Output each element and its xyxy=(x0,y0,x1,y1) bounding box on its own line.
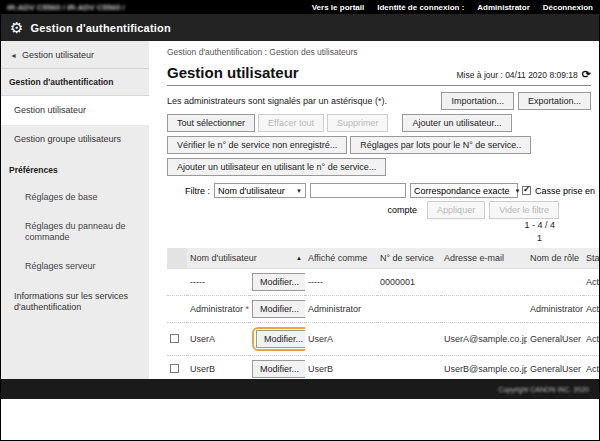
breadcrumb: Gestion d'authentification : Gestion des… xyxy=(167,47,599,57)
apply-filter-button[interactable]: Appliquer xyxy=(427,201,485,219)
logout-link[interactable]: Déconnexion xyxy=(543,3,593,12)
sidebar-section-authentication: Gestion d'authentification xyxy=(1,69,149,96)
column-header-displayed-as[interactable]: Affiché comme xyxy=(305,248,377,269)
modify-button[interactable]: Modifier... xyxy=(252,360,305,378)
login-identity-label: Identité de connexion : xyxy=(377,3,464,12)
sidebar-item-user-management[interactable]: Gestion utilisateur xyxy=(1,96,149,125)
sidebar-section-preferences: Préférences xyxy=(1,155,149,183)
table-row: ----- Modifier... ----- 0000001 Activé xyxy=(167,269,599,296)
filter-label: Filtre : xyxy=(185,186,210,196)
email-cell xyxy=(441,296,527,323)
email-cell: UserB@sample.co.jp xyxy=(441,356,527,379)
displayed-as-cell: Administrator xyxy=(305,296,377,323)
status-cell: Activé xyxy=(583,269,599,296)
filter-match-value: Correspondance exacte xyxy=(414,186,510,196)
import-button[interactable]: Importation... xyxy=(441,92,514,110)
column-header-dept-id[interactable]: N° de service xyxy=(377,248,441,269)
admin-asterisk-note: Les administrateurs sont signalés par un… xyxy=(167,92,387,106)
user-table: Nom d'utilisateur ▲ Affiché comme N° de … xyxy=(167,248,599,379)
row-checkbox-cell xyxy=(167,356,187,379)
case-sensitive-label-line2: compte xyxy=(388,205,418,215)
copyright-text: Copyright CANON INC. 2020 xyxy=(498,386,589,393)
sidebar-item-group-management[interactable]: Gestion groupe utilisateurs xyxy=(1,125,149,154)
displayed-as-cell: UserB xyxy=(305,356,377,379)
row-checkbox-cell xyxy=(167,296,187,323)
status-cell: Activé xyxy=(583,323,599,356)
pagination-top: 1 - 4 / 4 1 xyxy=(167,219,555,245)
dept-id-cell xyxy=(377,356,441,379)
case-sensitive-checkbox[interactable] xyxy=(522,186,531,195)
export-button[interactable]: Exportation... xyxy=(518,92,591,110)
sidebar-back-link[interactable]: ◄ Gestion utilisateur xyxy=(1,41,149,69)
displayed-as-cell: UserA xyxy=(305,323,377,356)
role-cell: Administrator xyxy=(527,296,583,323)
sidebar-item-auth-service-info[interactable]: Informations sur les services d'authenti… xyxy=(1,282,149,323)
login-user: Administrator xyxy=(477,3,529,12)
admin-asterisk: * xyxy=(246,304,249,314)
column-header-role-name[interactable]: Nom de rôle xyxy=(527,248,583,269)
row-checkbox-cell xyxy=(167,323,187,356)
portal-link[interactable]: Vers le portail xyxy=(312,3,364,12)
table-row: UserA Modifier... UserA UserA@sample.co.… xyxy=(167,323,599,356)
refresh-icon[interactable]: ⟳ xyxy=(582,68,591,81)
page-title: Gestion utilisateur xyxy=(167,64,299,81)
table-row: UserB Modifier... UserB UserB@sample.co.… xyxy=(167,356,599,379)
footer: Copyright CANON INC. 2020 xyxy=(1,379,599,399)
sidebar-item-basic-settings[interactable]: Réglages de base xyxy=(1,183,149,212)
dept-id-cell xyxy=(377,323,441,356)
modify-button-usera[interactable]: Modifier... xyxy=(256,330,305,348)
column-header-username[interactable]: Nom d'utilisateur ▲ xyxy=(187,248,305,269)
sort-ascending-icon: ▲ xyxy=(296,255,302,261)
last-updated-text: Mise à jour : 04/11 2020 8:09:18 xyxy=(456,70,577,80)
app-title: Gestion d'authentification xyxy=(30,22,170,34)
filter-field-select[interactable]: Nom d'utilisateur ▼ xyxy=(214,183,306,198)
dept-id-batch-settings-button[interactable]: Réglages par lots pour le N° de service.… xyxy=(350,136,531,154)
case-sensitive-label-line1: Casse prise en xyxy=(535,186,595,196)
row-checkbox-cell xyxy=(167,269,187,296)
modify-button[interactable]: Modifier... xyxy=(252,300,305,318)
pagination-current-page: 1 xyxy=(167,232,555,245)
sidebar-item-server-settings[interactable]: Réglages serveur xyxy=(1,252,149,281)
row-checkbox[interactable] xyxy=(170,334,179,343)
back-link-label: Gestion utilisateur xyxy=(22,50,94,60)
add-user-button[interactable]: Ajouter un utilisateur... xyxy=(402,114,511,132)
table-header-row: Nom d'utilisateur ▲ Affiché comme N° de … xyxy=(167,248,599,269)
filter-match-select[interactable]: Correspondance exacte ▼ xyxy=(410,183,518,198)
main-content: Gestion d'authentification : Gestion des… xyxy=(149,41,599,379)
modify-button[interactable]: Modifier... xyxy=(252,273,305,291)
filter-query-input[interactable] xyxy=(310,183,406,198)
highlight-callout: Modifier... xyxy=(252,327,305,351)
dept-id-cell: 0000001 xyxy=(377,269,441,296)
header-checkbox-column xyxy=(167,248,187,269)
select-all-button[interactable]: Tout sélectionner xyxy=(167,114,255,132)
top-bar: iR-ADV C5560 / iR-ADV C5560 / Vers le po… xyxy=(1,1,599,14)
clear-filter-button[interactable]: Vider le filtre xyxy=(489,201,559,219)
clear-all-button[interactable]: Effacer tout xyxy=(258,114,324,132)
check-unregistered-dept-id-button[interactable]: Vérifier le n° de service non enregistré… xyxy=(167,136,347,154)
column-header-status[interactable]: Statut xyxy=(583,248,599,269)
status-cell: Activé xyxy=(583,356,599,379)
bottom-whitespace xyxy=(1,399,599,440)
sidebar-item-control-panel-settings[interactable]: Réglages du panneau de commande xyxy=(1,212,149,253)
row-checkbox[interactable] xyxy=(170,364,179,373)
status-cell: Activé xyxy=(583,296,599,323)
username-cell: UserA xyxy=(187,323,249,356)
gear-icon: ⚙ xyxy=(10,20,23,35)
role-cell: GeneralUser xyxy=(527,323,583,356)
column-header-email[interactable]: Adresse e-mail xyxy=(441,248,527,269)
username-cell: Administrator * xyxy=(187,296,249,323)
table-row: Administrator * Modifier... Administrato… xyxy=(167,296,599,323)
app-header: ⚙ Gestion d'authentification xyxy=(1,14,599,41)
username-cell: UserB xyxy=(187,356,249,379)
email-cell xyxy=(441,269,527,296)
filter-field-value: Nom d'utilisateur xyxy=(218,186,285,196)
add-user-via-dept-id-button[interactable]: Ajouter un utilisateur en utilisant le n… xyxy=(167,158,386,176)
role-cell: GeneralUser xyxy=(527,356,583,379)
chevron-down-icon: ▼ xyxy=(515,188,521,194)
delete-button[interactable]: Supprimer xyxy=(327,114,389,132)
device-name: iR-ADV C5560 / iR-ADV C5560 / xyxy=(7,3,125,12)
chevron-down-icon: ▼ xyxy=(296,188,302,194)
role-cell xyxy=(527,269,583,296)
browser-page: iR-ADV C5560 / iR-ADV C5560 / Vers le po… xyxy=(0,0,600,441)
sidebar: ◄ Gestion utilisateur Gestion d'authenti… xyxy=(1,41,149,379)
